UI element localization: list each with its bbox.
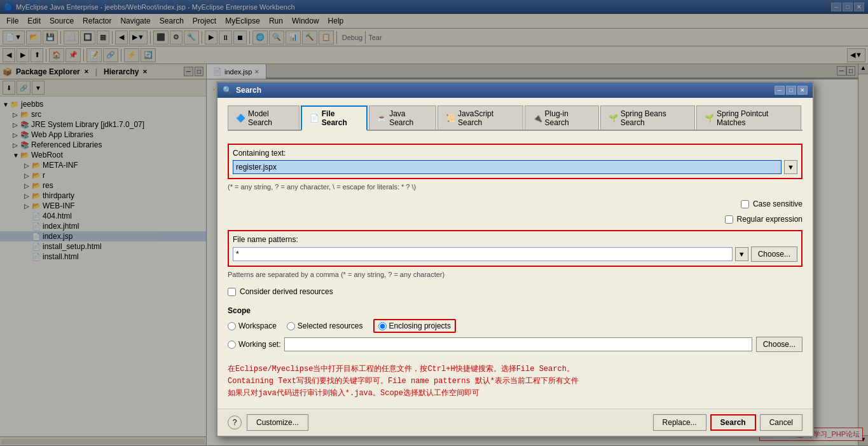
spring-search-icon: 🌱 <box>609 114 618 123</box>
scope-workspace-radio[interactable] <box>228 322 236 330</box>
help-button[interactable]: ? <box>228 416 242 429</box>
derived-row: Consider derived resources <box>228 287 803 296</box>
file-name-border: File name patterns: ▼ Choose... <box>228 230 803 267</box>
search-tabs: 🔷 Model Search 📄 File Search ☕ Java Sear… <box>228 105 803 131</box>
file-name-patterns-label: File name patterns: <box>233 235 298 244</box>
search-button[interactable]: Search <box>710 414 756 431</box>
hint-text: (* = any string, ? = any character, \ = … <box>228 183 803 191</box>
tab-js-search[interactable]: 📜 JavaScript Search <box>437 105 523 130</box>
spring-search-label: Spring Beans Search <box>621 109 687 127</box>
regex-row: Regular expression <box>228 215 803 224</box>
tab-spring-pointcut[interactable]: 🌱 Spring Pointcut Matches <box>696 105 801 130</box>
tab-model-search[interactable]: 🔷 Model Search <box>228 105 300 130</box>
containing-text-group: Containing text: ▼ (* = any string, ? = … <box>228 144 803 192</box>
js-search-icon: 📜 <box>446 114 455 123</box>
modal-close-btn[interactable]: ✕ <box>797 86 808 95</box>
working-set-input[interactable] <box>284 337 752 351</box>
js-search-label: JavaScript Search <box>458 109 515 127</box>
replace-button[interactable]: Replace... <box>653 414 706 431</box>
file-search-label: File Search <box>322 109 359 127</box>
containing-text-label: Containing text: <box>233 149 286 158</box>
scope-working-label: Working set: <box>238 340 280 349</box>
app-window: 🔵 MyEclipse Java Enterprise - jeebbs/Web… <box>0 0 868 446</box>
modal-minimize-btn[interactable]: ─ <box>775 86 785 95</box>
scope-selected-label: Selected resources <box>298 321 363 330</box>
footer-left: ? Customize... <box>228 414 308 431</box>
containing-text-border: Containing text: ▼ <box>228 144 803 179</box>
tab-spring-search[interactable]: 🌱 Spring Beans Search <box>600 105 695 130</box>
derived-checkbox[interactable] <box>228 288 236 296</box>
scope-enclosing-radio[interactable] <box>378 322 387 330</box>
spring-pointcut-icon: 🌱 <box>705 114 714 123</box>
file-name-dropdown[interactable]: ▼ <box>735 247 748 261</box>
scope-working-radio[interactable] <box>228 341 236 349</box>
working-set-choose-btn[interactable]: Choose... <box>756 337 803 352</box>
case-sensitive-label: Case sensitive <box>753 199 803 208</box>
plugin-search-icon: 🔌 <box>533 114 542 123</box>
modal-footer: ? Customize... Replace... Search Cancel <box>217 409 813 436</box>
modal-title-bar: 🔍 Search ─ □ ✕ <box>217 83 813 98</box>
modal-body: 🔷 Model Search 📄 File Search ☕ Java Sear… <box>217 98 813 409</box>
derived-label: Consider derived resources <box>240 287 333 296</box>
regex-label: Regular expression <box>737 215 803 224</box>
model-search-label: Model Search <box>248 109 291 127</box>
modal-title-label: Search <box>236 86 261 95</box>
model-search-icon: 🔷 <box>236 114 245 123</box>
checkboxes-row: Case sensitive <box>228 199 803 208</box>
working-set-row: Working set: Choose... <box>228 337 803 352</box>
spring-pointcut-label: Spring Pointcut Matches <box>717 109 793 127</box>
modal-overlay: 🔍 Search ─ □ ✕ 🔷 Model Search <box>0 0 868 446</box>
description-text: 在Eclipse/Myeclipse当中打开目标工程的任意文件，按Ctrl+H快… <box>228 363 803 401</box>
scope-enclosing-row: Enclosing projects <box>373 319 456 333</box>
file-name-patterns-group: File name patterns: ▼ Choose... Patterns… <box>228 230 803 280</box>
containing-text-row: ▼ <box>233 160 797 174</box>
modal-title-text: 🔍 Search <box>223 86 261 95</box>
regex-row-inner: Regular expression <box>725 215 803 224</box>
scope-workspace-label: Workspace <box>238 321 277 330</box>
scope-working-radio-row: Working set: <box>228 340 280 349</box>
scope-section: Scope Workspace Selected resources En <box>228 306 803 352</box>
tab-plugin-search[interactable]: 🔌 Plug-in Search <box>525 105 599 130</box>
footer-right: Replace... Search Cancel <box>653 414 803 431</box>
file-name-input[interactable] <box>233 247 733 261</box>
case-sensitive-row: Case sensitive <box>741 199 803 208</box>
customize-button[interactable]: Customize... <box>247 414 308 431</box>
scope-selected-radio[interactable] <box>287 322 295 330</box>
file-name-row: ▼ Choose... <box>233 247 797 262</box>
containing-text-input[interactable] <box>233 160 782 174</box>
tab-java-search[interactable]: ☕ Java Search <box>369 105 436 130</box>
scope-radios-row: Workspace Selected resources Enclosing p… <box>228 319 803 333</box>
java-search-label: Java Search <box>389 109 428 127</box>
modal-title-icon: 🔍 <box>223 86 232 95</box>
search-dialog: 🔍 Search ─ □ ✕ 🔷 Model Search <box>216 81 814 437</box>
cancel-button[interactable]: Cancel <box>760 414 803 431</box>
tab-file-search[interactable]: 📄 File Search <box>301 105 368 131</box>
scope-selected-row: Selected resources <box>287 321 363 330</box>
scope-workspace-row: Workspace <box>228 321 277 330</box>
file-name-choose-btn[interactable]: Choose... <box>751 247 797 262</box>
file-name-hint: Patterns are separated by a comma (* = a… <box>228 271 803 278</box>
file-search-icon: 📄 <box>310 114 319 123</box>
containing-text-dropdown[interactable]: ▼ <box>784 160 797 174</box>
scope-label: Scope <box>228 306 803 315</box>
java-search-icon: ☕ <box>377 114 387 123</box>
scope-enclosing-label: Enclosing projects <box>389 321 451 330</box>
plugin-search-label: Plug-in Search <box>545 109 591 127</box>
modal-maximize-btn[interactable]: □ <box>786 86 796 95</box>
regex-checkbox[interactable] <box>725 215 733 224</box>
modal-controls: ─ □ ✕ <box>775 86 808 95</box>
case-sensitive-checkbox[interactable] <box>741 200 749 208</box>
